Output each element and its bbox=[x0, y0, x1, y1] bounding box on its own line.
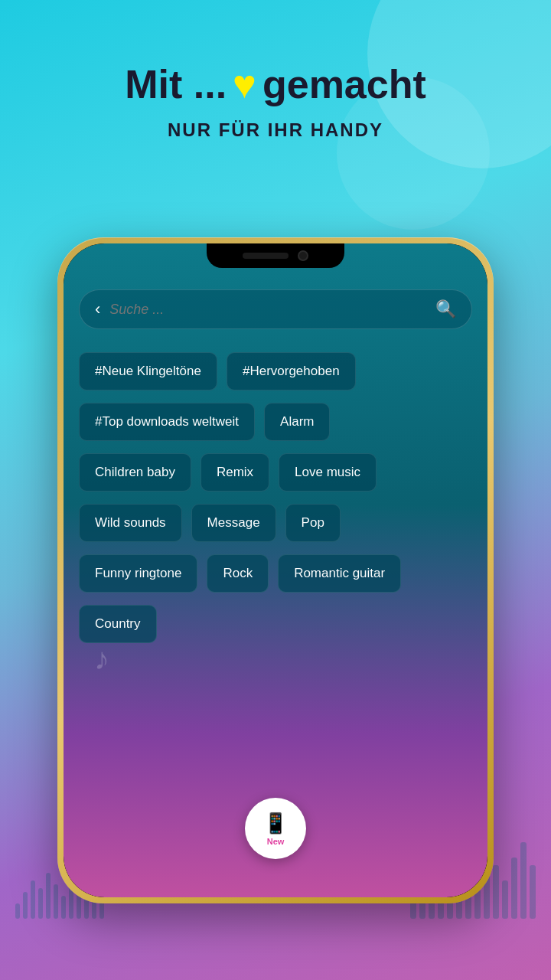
fab-label: New bbox=[267, 837, 285, 846]
notch-camera bbox=[298, 250, 308, 261]
notch-speaker bbox=[243, 253, 289, 259]
tag-hervorgehoben[interactable]: #Hervorgehoben bbox=[227, 352, 356, 390]
phone-notch bbox=[207, 243, 344, 268]
phone-outer: ♪ ‹ 🔍 #Neue Klingeltöne #Hervorgehoben bbox=[57, 237, 494, 903]
search-icon[interactable]: 🔍 bbox=[435, 299, 456, 319]
tag-pop[interactable]: Pop bbox=[285, 504, 341, 542]
tags-row-4: Wild sounds Message Pop bbox=[79, 504, 472, 542]
tag-wild-sounds[interactable]: Wild sounds bbox=[79, 504, 182, 542]
title-start: Mit ... bbox=[125, 61, 227, 107]
tag-rock[interactable]: Rock bbox=[207, 554, 269, 593]
title-end: gemacht bbox=[262, 61, 426, 107]
search-input[interactable] bbox=[109, 302, 435, 318]
fab-icon: 📱 bbox=[263, 812, 288, 835]
phone-inner: ♪ ‹ 🔍 #Neue Klingeltöne #Hervorgehoben bbox=[64, 243, 487, 897]
tags-row-1: #Neue Klingeltöne #Hervorgehoben bbox=[79, 352, 472, 390]
tag-top-downloads[interactable]: #Top downloads weltweit bbox=[79, 403, 255, 441]
header-subtitle: NUR FÜR IHR HANDY bbox=[0, 119, 551, 141]
tags-row-3: Children baby Remix Love music bbox=[79, 453, 472, 492]
header: Mit ... ♥ gemacht NUR FÜR IHR HANDY bbox=[0, 61, 551, 141]
tags-container: #Neue Klingeltöne #Hervorgehoben #Top do… bbox=[79, 352, 472, 643]
tag-love-music[interactable]: Love music bbox=[279, 453, 377, 492]
fab-container: 📱 New bbox=[245, 798, 306, 859]
back-button[interactable]: ‹ bbox=[95, 299, 100, 319]
header-title: Mit ... ♥ gemacht bbox=[0, 61, 551, 107]
tag-funny-ringtone[interactable]: Funny ringtone bbox=[79, 554, 197, 593]
heart-icon: ♥ bbox=[233, 61, 256, 107]
tags-row-6: Country bbox=[79, 605, 472, 643]
fab-button[interactable]: 📱 New bbox=[245, 798, 306, 859]
phone-frame: ♪ ‹ 🔍 #Neue Klingeltöne #Hervorgehoben bbox=[57, 237, 494, 903]
tags-row-2: #Top downloads weltweit Alarm bbox=[79, 403, 472, 441]
tag-alarm[interactable]: Alarm bbox=[264, 403, 330, 441]
tag-romantic-guitar[interactable]: Romantic guitar bbox=[278, 554, 401, 593]
music-note-decoration: ♪ bbox=[94, 642, 109, 676]
tags-row-5: Funny ringtone Rock Romantic guitar bbox=[79, 554, 472, 593]
tag-neue-klingeltoene[interactable]: #Neue Klingeltöne bbox=[79, 352, 217, 390]
tag-message[interactable]: Message bbox=[191, 504, 276, 542]
screen-content: ‹ 🔍 #Neue Klingeltöne #Hervorgehoben bbox=[64, 274, 487, 658]
search-bar[interactable]: ‹ 🔍 bbox=[79, 289, 472, 329]
phone-screen: ♪ ‹ 🔍 #Neue Klingeltöne #Hervorgehoben bbox=[64, 243, 487, 897]
tag-remix[interactable]: Remix bbox=[201, 453, 269, 492]
tag-country[interactable]: Country bbox=[79, 605, 157, 643]
tag-children-baby[interactable]: Children baby bbox=[79, 453, 191, 492]
